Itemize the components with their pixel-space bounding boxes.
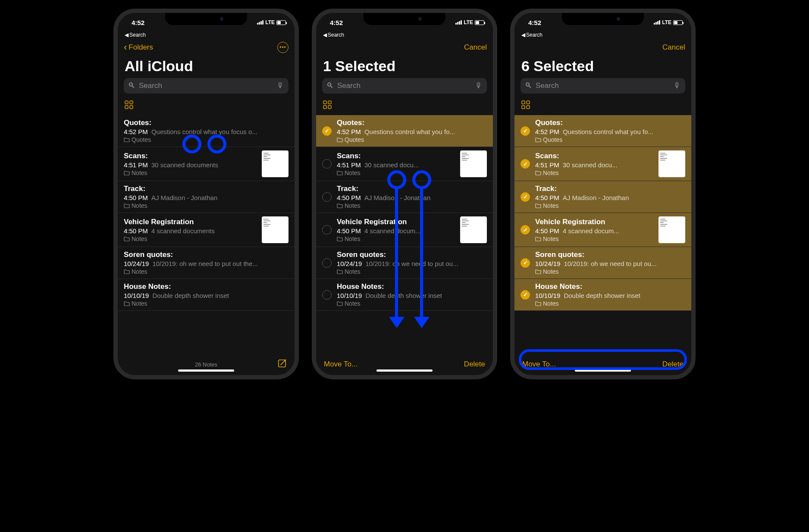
grid-view-button[interactable] — [118, 98, 295, 115]
note-row[interactable]: Vehicle Registration 4:50 PM4 scanned do… — [118, 213, 295, 247]
selection-checkbox[interactable]: ✓ — [521, 258, 530, 268]
note-folder: Notes — [535, 169, 653, 176]
note-row[interactable]: House Notes: 10/10/19Double depth shower… — [118, 279, 295, 311]
mic-icon[interactable]: 🎙︎ — [475, 81, 483, 90]
move-to-button[interactable]: Move To... — [324, 360, 357, 369]
back-to-app[interactable]: ◀ Search — [514, 32, 691, 38]
more-button[interactable]: ••• — [277, 42, 288, 53]
note-title: Scans: — [124, 152, 257, 160]
note-row[interactable]: ✓ Scans: 4:51 PM30 scanned docu... Notes… — [514, 147, 691, 181]
note-row[interactable]: ✓ House Notes: 10/10/19Double depth show… — [514, 279, 691, 311]
note-row[interactable]: Track: 4:50 PMAJ Madison - Jonathan Note… — [118, 181, 295, 213]
note-folder: Notes — [337, 202, 487, 209]
back-to-app[interactable]: ◀ Search — [118, 32, 295, 38]
note-preview: AJ Madison - Jonathan — [563, 194, 629, 201]
home-indicator[interactable] — [178, 369, 234, 372]
mic-icon[interactable]: 🎙︎ — [674, 81, 681, 90]
note-row[interactable]: Scans: 4:51 PM30 scanned documents Notes… — [118, 147, 295, 181]
note-title: House Notes: — [535, 282, 685, 291]
note-folder: Notes — [124, 202, 288, 209]
back-to-app[interactable]: ◀ Search — [316, 32, 493, 38]
notch — [562, 13, 644, 25]
note-title: Quotes: — [535, 119, 685, 127]
selection-checkbox[interactable]: ✓ — [521, 126, 530, 136]
search-input[interactable]: 🔍︎ Search 🎙︎ — [322, 78, 487, 94]
selection-checkbox[interactable]: ✓ — [322, 126, 332, 136]
note-row[interactable]: Quotes: 4:52 PMQuestions control what yo… — [118, 115, 295, 147]
note-preview: 10/2019: oh we need to put out the... — [152, 260, 257, 267]
carrier-label: LTE — [464, 19, 473, 25]
phone-2: 4:52 LTE ◀ Search Cancel 1 Selected 🔍︎ S… — [312, 9, 497, 379]
note-timestamp: 10/24/19 — [535, 260, 560, 267]
note-row[interactable]: ✓ Vehicle Registration 4:50 PM4 scanned … — [514, 213, 691, 247]
note-thumbnail: ▬▬▬▬▬▬▬▬▬▬▬▬▬▬▬▬ — [658, 150, 685, 177]
note-row[interactable]: Scans: 4:51 PM30 scanned docu... Notes ▬… — [316, 147, 493, 181]
notch — [364, 13, 445, 25]
delete-button[interactable]: Delete — [662, 360, 684, 369]
status-time: 4:52 — [126, 19, 144, 26]
grid-view-button[interactable] — [514, 98, 691, 115]
selection-checkbox[interactable] — [322, 192, 332, 202]
note-thumbnail: ▬▬▬▬▬▬▬▬▬▬▬▬▬▬▬▬ — [658, 216, 685, 243]
note-title: Soren quotes: — [535, 250, 685, 259]
note-title: Soren quotes: — [124, 250, 288, 259]
mic-icon[interactable]: 🎙︎ — [277, 81, 284, 90]
note-timestamp: 10/24/19 — [337, 260, 362, 267]
selection-checkbox[interactable] — [322, 258, 332, 268]
note-row[interactable]: Soren quotes: 10/24/1910/2019: oh we nee… — [316, 247, 493, 279]
signal-icon — [455, 20, 462, 25]
note-row[interactable]: ✓ Track: 4:50 PMAJ Madison - Jonathan No… — [514, 181, 691, 213]
cancel-button[interactable]: Cancel — [662, 43, 685, 52]
svg-rect-3 — [130, 106, 133, 109]
page-title: 6 Selected — [514, 57, 691, 78]
note-title: Scans: — [337, 152, 455, 160]
note-row[interactable]: House Notes: 10/10/19Double depth shower… — [316, 279, 493, 311]
back-button[interactable]: ‹ Folders — [124, 42, 153, 53]
status-time: 4:52 — [325, 19, 343, 26]
move-to-button[interactable]: Move To... — [522, 360, 556, 369]
note-preview: AJ Madison - Jonathan — [364, 194, 430, 201]
note-preview: 30 scanned docu... — [364, 161, 419, 169]
note-row[interactable]: ✓ Quotes: 4:52 PMQuestions control what … — [514, 115, 691, 147]
note-preview: Questions control what you fo... — [364, 128, 455, 135]
selection-checkbox[interactable] — [322, 225, 332, 235]
note-title: House Notes: — [124, 282, 288, 291]
note-folder: Notes — [535, 202, 685, 209]
note-thumbnail: ▬▬▬▬▬▬▬▬▬▬▬▬▬▬▬▬ — [262, 150, 288, 177]
note-folder: Notes — [337, 300, 487, 307]
selection-checkbox[interactable]: ✓ — [521, 192, 530, 202]
note-row[interactable]: ✓ Soren quotes: 10/24/1910/2019: oh we n… — [514, 247, 691, 279]
home-indicator[interactable] — [376, 369, 433, 372]
selection-checkbox[interactable]: ✓ — [521, 225, 530, 235]
note-row[interactable]: ✓ Quotes: 4:52 PMQuestions control what … — [316, 115, 493, 147]
note-preview: 30 scanned docu... — [563, 161, 618, 169]
home-indicator[interactable] — [575, 369, 631, 372]
note-title: House Notes: — [337, 282, 487, 291]
note-thumbnail: ▬▬▬▬▬▬▬▬▬▬▬▬▬▬▬▬ — [262, 216, 288, 243]
note-row[interactable]: Vehicle Registration 4:50 PM4 scanned do… — [316, 213, 493, 247]
compose-button[interactable] — [277, 359, 287, 370]
notes-list: Quotes: 4:52 PMQuestions control what yo… — [118, 115, 295, 354]
selection-checkbox[interactable]: ✓ — [521, 159, 530, 169]
note-timestamp: 10/10/19 — [124, 292, 149, 299]
selection-checkbox[interactable] — [322, 159, 332, 169]
selection-checkbox[interactable]: ✓ — [521, 290, 530, 300]
svg-rect-7 — [323, 106, 326, 109]
note-timestamp: 4:50 PM — [124, 227, 148, 235]
cancel-button[interactable]: Cancel — [464, 43, 487, 52]
note-timestamp: 4:50 PM — [535, 194, 559, 201]
note-timestamp: 4:51 PM — [535, 161, 559, 169]
search-input[interactable]: 🔍︎ Search 🎙︎ — [124, 78, 288, 94]
notch — [165, 13, 247, 25]
note-row[interactable]: Track: 4:50 PMAJ Madison - Jonathan Note… — [316, 181, 493, 213]
svg-rect-6 — [328, 101, 331, 104]
grid-view-button[interactable] — [316, 98, 493, 115]
delete-button[interactable]: Delete — [464, 360, 485, 369]
search-input[interactable]: 🔍︎ Search 🎙︎ — [521, 78, 685, 94]
selection-checkbox[interactable] — [322, 290, 332, 300]
note-folder: Notes — [124, 300, 288, 307]
battery-icon — [276, 20, 286, 25]
note-thumbnail: ▬▬▬▬▬▬▬▬▬▬▬▬▬▬▬▬ — [460, 216, 487, 243]
note-folder: Notes — [337, 235, 455, 242]
note-row[interactable]: Soren quotes: 10/24/1910/2019: oh we nee… — [118, 247, 295, 279]
